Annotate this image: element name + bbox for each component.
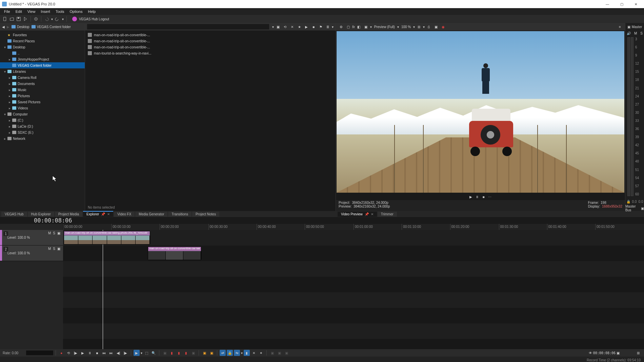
tab-media-generator[interactable]: Media Generator bbox=[135, 212, 167, 217]
pause-button[interactable]: ⏸ bbox=[87, 350, 93, 356]
tree-videos[interactable]: ▸Videos bbox=[0, 105, 85, 111]
copy-snapshot-icon[interactable]: ▣ bbox=[433, 24, 439, 30]
track-level-label[interactable]: Level: 100.0 % bbox=[7, 251, 30, 255]
tab-trimmer[interactable]: Trimmer bbox=[378, 212, 397, 217]
playhead[interactable] bbox=[103, 230, 103, 349]
track-solo-button[interactable]: S bbox=[53, 231, 55, 235]
menu-file[interactable]: File bbox=[1, 9, 13, 14]
tab-project-media[interactable]: Project Media bbox=[55, 212, 82, 217]
back-icon[interactable]: ◀ bbox=[2, 25, 5, 29]
bus-menu-icon[interactable]: ▣ bbox=[641, 207, 644, 210]
path-input[interactable] bbox=[87, 24, 269, 29]
tool-e-icon[interactable]: ▣ bbox=[190, 350, 196, 356]
eye-icon[interactable]: 👁 bbox=[589, 351, 592, 355]
track-header-2[interactable]: 2 Level: 100.0 % MS▣ bbox=[0, 246, 63, 261]
record-preview-icon[interactable]: ◉ bbox=[440, 24, 446, 30]
ripple-dropdown-icon[interactable]: ▾ bbox=[241, 351, 243, 355]
master-meters[interactable]: 36912 15182124 27303336 39424548 5154576… bbox=[625, 36, 644, 197]
stop-file-icon[interactable]: ■ bbox=[310, 24, 317, 30]
stop-button[interactable]: ■ bbox=[94, 350, 100, 356]
tab-close-icon[interactable]: ✕ bbox=[371, 212, 374, 216]
zoom-tool[interactable]: 🔍 bbox=[150, 350, 157, 356]
favorite-icon[interactable]: ★ bbox=[296, 24, 302, 30]
transport-timecode[interactable]: 00:00:08:06 bbox=[593, 351, 616, 355]
track-mute-button[interactable]: M bbox=[48, 247, 51, 251]
autoripple-icon[interactable]: ⇄ bbox=[220, 350, 226, 356]
timeline-clip[interactable]: man-on-road-trip-sit-on-convertible-car-… bbox=[64, 231, 150, 244]
menu-help[interactable]: Help bbox=[85, 9, 98, 14]
redo-icon[interactable] bbox=[54, 16, 60, 22]
go-end-button[interactable]: ⏭ bbox=[108, 350, 114, 356]
misc-a-icon[interactable]: ▣ bbox=[269, 350, 275, 356]
tool-c-icon[interactable]: ▮ bbox=[176, 350, 182, 356]
tab-project-notes[interactable]: Project Notes bbox=[192, 212, 219, 217]
tree-documents[interactable]: ▸Documents bbox=[0, 81, 85, 87]
track-more-icon[interactable]: ▣ bbox=[57, 247, 60, 251]
crumb-desktop[interactable]: Desktop bbox=[12, 25, 29, 29]
delete-icon[interactable]: ✕ bbox=[289, 24, 295, 30]
timeline-ruler[interactable]: 00:00:00:00 00:00:10:00 00:00:20:00 00:0… bbox=[63, 224, 644, 230]
misc-b-icon[interactable]: ▣ bbox=[276, 350, 282, 356]
redo-dropdown-icon[interactable]: ▾ bbox=[61, 16, 64, 22]
normal-edit-tool[interactable]: ▶ bbox=[134, 350, 140, 356]
snap2-icon[interactable]: ▣ bbox=[208, 350, 215, 356]
preview-more-icon[interactable]: ⋯ bbox=[488, 195, 491, 199]
menu-edit[interactable]: Edit bbox=[13, 9, 25, 14]
tool-a-icon[interactable]: ▣ bbox=[162, 350, 168, 356]
minimize-button[interactable]: — bbox=[603, 2, 611, 6]
rate-slider[interactable] bbox=[26, 350, 53, 355]
tab-video-preview[interactable]: Video Preview📌✕ bbox=[338, 212, 377, 217]
zoom-chevron-icon[interactable]: ▾ bbox=[413, 25, 415, 29]
master-solo-button[interactable]: S bbox=[640, 31, 643, 35]
open-icon[interactable] bbox=[9, 16, 15, 22]
tree-saved[interactable]: ▸Saved Pictures bbox=[0, 99, 85, 105]
timecode-display[interactable]: 00:00:08:06 bbox=[0, 217, 76, 224]
menu-view[interactable]: View bbox=[25, 9, 38, 14]
views-dropdown-icon[interactable]: ▾ bbox=[332, 25, 334, 29]
tab-transitions[interactable]: Transitions bbox=[168, 212, 192, 217]
quality-dropdown-icon[interactable]: ▾ bbox=[370, 25, 372, 29]
tab-close-icon[interactable]: ✕ bbox=[107, 212, 110, 216]
preview-pause-icon[interactable]: ⏸ bbox=[476, 195, 479, 199]
tab-explorer[interactable]: Explorer📌✕ bbox=[83, 212, 113, 217]
loop-button[interactable]: ⟲ bbox=[65, 350, 72, 356]
tab-pin-icon[interactable]: 📌 bbox=[101, 212, 105, 216]
record-button[interactable]: ● bbox=[58, 350, 64, 356]
external-monitor-icon[interactable]: ▢ bbox=[345, 24, 351, 30]
fit-tracks-icon[interactable]: ⊞ bbox=[635, 350, 641, 356]
tab-vegas-hub[interactable]: VEGAS Hub bbox=[1, 212, 27, 217]
file-row[interactable]: man-on-road-trip-sit-on-convertible-... bbox=[88, 44, 333, 50]
split-screen-icon[interactable]: ◧ bbox=[356, 24, 362, 30]
fwd-icon[interactable]: ▶ bbox=[7, 25, 9, 29]
undo-icon[interactable] bbox=[43, 16, 49, 22]
overlays-icon[interactable]: ⊞ bbox=[416, 24, 422, 30]
master-speaker-icon[interactable]: 🔊 bbox=[627, 31, 631, 35]
undo-dropdown-icon[interactable]: ▾ bbox=[50, 16, 54, 22]
preview-zoom-select[interactable]: 100 % bbox=[400, 25, 412, 29]
file-row[interactable]: man-on-road-trip-sit-on-convertible-... bbox=[88, 32, 333, 38]
tree-vegas-content[interactable]: VEGAS Content folder bbox=[0, 62, 85, 68]
crossfade-icon[interactable]: ✕ bbox=[251, 350, 257, 356]
refresh-icon[interactable]: ⟲ bbox=[282, 24, 288, 30]
snapshot-icon[interactable]: ⎙ bbox=[426, 24, 432, 30]
autoplay-icon[interactable]: ⚑ bbox=[318, 24, 324, 30]
tree-music[interactable]: ▸Music bbox=[0, 87, 85, 93]
menu-insert[interactable]: Insert bbox=[38, 9, 53, 14]
tool-dropdown-icon[interactable]: ▾ bbox=[141, 351, 142, 355]
tool-b-icon[interactable]: ▮ bbox=[169, 350, 175, 356]
dock-icon[interactable]: ▣ bbox=[627, 25, 630, 29]
play-button[interactable]: ▶ bbox=[80, 350, 86, 356]
maximize-button[interactable]: ▢ bbox=[618, 2, 626, 6]
tree-jimmy[interactable]: ▸JimmyHopperProject bbox=[0, 56, 85, 62]
up-icon[interactable]: ▣ bbox=[275, 24, 281, 30]
folder-tree[interactable]: ★Favorites Recent Places ▾Desktop .. ▸Ji… bbox=[0, 30, 85, 211]
preview-menu-icon[interactable]: ≡ bbox=[617, 24, 623, 30]
new-project-icon[interactable] bbox=[2, 16, 8, 22]
track-lanes[interactable]: man-on-road-trip-sit-on-convertible-car-… bbox=[63, 230, 644, 349]
track-mute-button[interactable]: M bbox=[48, 231, 51, 235]
track-header-1[interactable]: 1 Level: 100.0 % MS▣ bbox=[0, 230, 63, 246]
preview-quality-select[interactable]: Preview (Full) bbox=[373, 25, 396, 29]
timecode-menu-icon[interactable]: ▣ bbox=[617, 351, 620, 355]
master-mute-button[interactable]: M bbox=[634, 31, 637, 35]
play-file-icon[interactable]: ▶ bbox=[303, 24, 309, 30]
